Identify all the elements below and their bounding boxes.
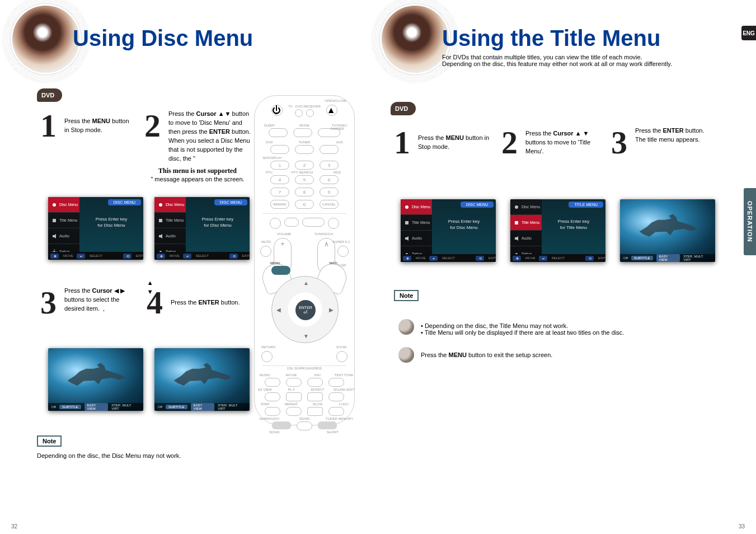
play-pause-icon[interactable]	[302, 218, 325, 227]
svg-marker-6	[159, 234, 162, 238]
note-box-left: Note	[37, 435, 62, 447]
note-text-3: Press the MENU button to exit the setup …	[421, 352, 552, 358]
screen-tab: DISC MENU	[108, 199, 141, 205]
super51-button[interactable]	[337, 246, 349, 257]
enter-button[interactable]: ENTER⏎	[295, 300, 316, 320]
dvd-badge-left: DVD	[37, 88, 62, 102]
overlay-bar: Off SUBTITLE EASY VIEW STER. MULT. VIRT	[48, 403, 143, 411]
step-text: Press the Cursor ▲ ▼ button to move to '…	[168, 110, 251, 163]
svg-rect-1	[53, 219, 56, 222]
bullet-dot	[398, 319, 414, 335]
screen-playback-r3: Off SUBTITLE EASY VIEW STER. MULT. VIRT	[620, 199, 715, 262]
svg-rect-9	[405, 221, 408, 224]
page-title-right: Using the Title Menu	[442, 26, 660, 51]
note-box-right: Note	[394, 290, 419, 301]
bullet-dot	[398, 347, 414, 363]
svg-rect-13	[515, 221, 518, 224]
page-number-left: 32	[11, 523, 17, 530]
skip-next-icon[interactable]	[328, 218, 339, 229]
svg-point-8	[405, 205, 408, 209]
step-1-right: 1 Press the MENU button in Stop mode.	[394, 127, 495, 159]
sidebar-item-disc-menu: Disc Menu	[48, 197, 79, 213]
dvd-badge-right: DVD	[391, 102, 416, 115]
page-subtitle-right: For DVDs that contain multiple titles, y…	[442, 54, 733, 67]
unsupported-msg: This menu is not supported	[144, 167, 251, 175]
arrow-down-icon[interactable]: ▼	[303, 333, 309, 339]
screen-disc-menu-2: DISC MENU Disc Menu Title Menu Audio Set…	[154, 197, 250, 260]
step-number: 1	[40, 110, 57, 142]
page-number-right: 33	[739, 523, 745, 530]
section-disc-icon	[382, 6, 449, 73]
svg-point-12	[515, 205, 518, 209]
note-text-left: Depending on the disc, the Disc Menu may…	[37, 452, 181, 459]
svg-point-0	[53, 203, 56, 207]
open-close-button[interactable]: ▲	[326, 105, 337, 116]
svg-point-4	[159, 203, 162, 207]
page-title-left: Using Disc Menu	[73, 26, 253, 51]
step-text: Press the ENTER button.	[171, 298, 240, 307]
step-2-right: 2 Press the Cursor ▲ ▼ buttons to move t…	[501, 127, 608, 159]
screen-center-text: Press Enter key for Disc Menu	[83, 216, 140, 228]
screen-title-menu-r2: TITLE MENU Disc Menu Title Menu Audio Se…	[510, 199, 605, 262]
step-4-left: 4 Press the ENTER button.	[147, 287, 247, 319]
operation-tab: OPERATION	[744, 188, 756, 255]
skip-prev-icon[interactable]	[270, 218, 281, 229]
hdmi-button[interactable]	[272, 421, 291, 429]
step-text: Press the MENU button in Stop mode.	[64, 117, 135, 135]
short-button[interactable]	[318, 421, 337, 429]
remote-illustration: OPEN/CLOSE ⏻ TV DVD RECEIVER ▲ SLEEP MOD…	[254, 95, 355, 425]
nav-ring[interactable]: ▲ ▼ ◀ ▶ ENTER⏎	[271, 276, 339, 343]
arrow-left-icon[interactable]: ◀	[276, 307, 281, 313]
step-2-left: 2 Press the Cursor ▲ ▼ button to move to…	[144, 110, 251, 184]
svg-marker-10	[405, 236, 408, 241]
power-icon[interactable]: ⏻	[271, 105, 283, 116]
step-3-right: 3 Press the ENTER button. The title menu…	[611, 127, 717, 159]
mute-button[interactable]	[260, 246, 271, 257]
svg-rect-5	[159, 219, 162, 222]
step-number: 4	[147, 287, 163, 319]
screen-sidebar: Disc Menu Title Menu Audio Setup	[48, 197, 79, 260]
arrow-right-icon[interactable]: ▶	[329, 307, 334, 313]
section-disc-icon	[12, 6, 79, 73]
zoom-button[interactable]	[336, 351, 348, 362]
step-number: 2	[144, 110, 161, 142]
arrow-up-icon[interactable]: ▲	[303, 280, 309, 286]
screen-disc-menu-1: DISC MENU Disc Menu Title Menu Audio Set…	[48, 197, 143, 260]
step-number: 3	[40, 287, 57, 319]
screen-disc-menu-r1: DISC MENU Disc Menu Title Menu Audio Set…	[401, 199, 496, 262]
step-3-left: 3 Press the Cursor ◀ ▶ ▲ ▼ buttons to se…	[40, 287, 141, 319]
screen-footer: ✥MOVE ↵SELECT ⟲EXIT	[48, 252, 143, 260]
screen-playback-1: Off SUBTITLE EASY VIEW STER. MULT. VIRT	[48, 348, 143, 411]
sidebar-item-title-menu: Title Menu	[48, 213, 79, 228]
language-tab: ENG	[741, 26, 756, 40]
stop-icon[interactable]	[284, 218, 299, 227]
sidebar-item-audio: Audio	[48, 228, 79, 244]
menu-button[interactable]	[271, 266, 290, 275]
step-1-left: 1 Press the MENU button in Stop mode.	[40, 110, 135, 142]
step-text: Press the Cursor ◀ ▶ ▲ ▼ buttons to sele…	[64, 287, 141, 313]
return-button[interactable]	[261, 351, 273, 362]
note-text-1: • Depending on the disc, the Title Menu …	[421, 322, 712, 336]
svg-marker-2	[53, 234, 56, 238]
svg-marker-14	[515, 236, 518, 241]
screen-playback-2: Off SUBTITLE EASY VIEW STER. MULT. VIRT	[154, 348, 250, 411]
